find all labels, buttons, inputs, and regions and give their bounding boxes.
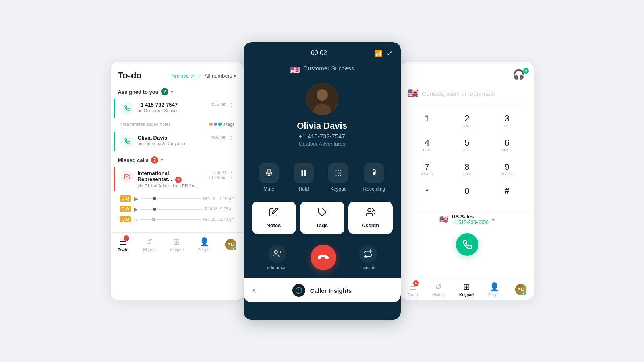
play-button-2[interactable]: ▶ bbox=[134, 206, 138, 212]
nav-keypad-left[interactable]: ⊞ Keypad bbox=[170, 237, 184, 252]
keypad-button[interactable]: Keypad bbox=[328, 163, 348, 192]
dial-key-4[interactable]: 4GHI bbox=[407, 134, 447, 158]
search-input[interactable] bbox=[422, 90, 527, 97]
keypad-ctrl-label: Keypad bbox=[330, 186, 347, 192]
caller-company: Outdoor Adventures bbox=[299, 141, 346, 147]
selector-chevron-icon: ▾ bbox=[492, 216, 495, 223]
dial-key-6[interactable]: 6MNO bbox=[487, 134, 527, 158]
end-call-button[interactable] bbox=[311, 245, 336, 270]
expand-icon[interactable]: ⤢ bbox=[387, 49, 393, 58]
mute-icon bbox=[259, 163, 279, 183]
dial-key-7[interactable]: 7PQRS bbox=[407, 158, 447, 182]
dial-key-5[interactable]: 5JKL bbox=[447, 134, 487, 158]
missed-call-number-1: International Representat... 6 bbox=[138, 170, 205, 183]
assigned-chevron-icon: ▾ bbox=[171, 89, 173, 95]
audio-badge-2: Q.Q bbox=[120, 206, 132, 212]
insights-chevron-icon: ∧ bbox=[252, 287, 257, 294]
nav-people-left[interactable]: 👤 People bbox=[198, 237, 211, 252]
dial-key-*[interactable]: * bbox=[407, 182, 447, 206]
missed-call-time-1: 10:29 am bbox=[208, 175, 227, 180]
caller-flag: 🇺🇸 bbox=[290, 65, 300, 75]
nav-people-right[interactable]: 👤 People bbox=[488, 282, 501, 297]
audio-row-2: Q.Q ▶ Feb 18 9:25 am bbox=[114, 204, 240, 214]
call-sub-2: assigned by A. Coquelle bbox=[138, 141, 207, 146]
dialpad-panel: 🎧 9 🇺🇸 12ABC3DEF4GHI5JKL6MNO7PQRS8TUV9WX… bbox=[401, 62, 534, 300]
nav-todo-right[interactable]: ☰ 6 To-do bbox=[408, 282, 418, 297]
recording-label: Recording bbox=[363, 186, 385, 192]
caller-insights-label: Caller Insights bbox=[310, 287, 352, 294]
svg-point-9 bbox=[340, 170, 341, 171]
recording-button[interactable]: Recording bbox=[363, 163, 385, 192]
action-buttons: Notes Tags Assign bbox=[244, 198, 401, 241]
caller-number: +1 415-732-7547 bbox=[299, 133, 345, 140]
missed-call-more-1[interactable]: ⋮ bbox=[227, 170, 236, 179]
search-row: 🇺🇸 bbox=[401, 88, 534, 105]
nav-history-left[interactable]: ↺ History bbox=[143, 237, 155, 252]
todo-title: To-do bbox=[118, 70, 142, 81]
svg-point-11 bbox=[338, 173, 339, 174]
play-button-1[interactable]: ▶ bbox=[134, 195, 138, 202]
hold-label: Hold bbox=[299, 186, 309, 192]
transfer-button[interactable]: transfer bbox=[359, 245, 377, 270]
call-header: 00:02 📶 ⤢ bbox=[244, 42, 401, 61]
missed-call-info-1: International Representat... 6 via Globa… bbox=[138, 170, 205, 188]
all-numbers-button[interactable]: All numbers ▾ bbox=[205, 73, 236, 79]
tags-button[interactable]: Tags bbox=[300, 202, 344, 234]
add-call-label: add or call bbox=[267, 265, 288, 270]
todo-nav-label: To-do bbox=[118, 248, 128, 252]
keypad-nav-label-right: Keypad bbox=[459, 293, 474, 297]
svg-point-16 bbox=[373, 172, 375, 174]
nav-avatar-left[interactable]: AC bbox=[225, 239, 236, 250]
call-number-1: +1 415-732-7547 bbox=[138, 102, 207, 108]
number-selector[interactable]: 🇺🇸 US Sales +1 515-233-1556 ▾ bbox=[401, 210, 534, 229]
keypad-ctrl-icon bbox=[328, 163, 348, 183]
svg-point-1 bbox=[317, 89, 328, 101]
call-timer: 00:02 bbox=[264, 49, 375, 57]
hold-button[interactable]: Hold bbox=[294, 163, 314, 192]
caller-avatar bbox=[306, 83, 338, 115]
user-avatar-right: AC bbox=[515, 284, 526, 295]
nav-keypad-right[interactable]: ⊞ Keypad bbox=[459, 282, 474, 297]
assign-button[interactable]: Assign bbox=[348, 202, 393, 234]
dial-key-0[interactable]: 0 bbox=[447, 182, 487, 206]
archive-all-button[interactable]: Archive all ⬦ bbox=[172, 72, 201, 79]
dial-call-button[interactable] bbox=[456, 233, 478, 256]
keypad-nav-label: Keypad bbox=[170, 248, 184, 252]
assigned-call-item-1[interactable]: +1 415-732-7547 on Customer Succes 4:55 … bbox=[114, 99, 240, 118]
nav-avatar-right[interactable]: AC bbox=[515, 284, 526, 295]
dial-key-1[interactable]: 1 bbox=[407, 109, 447, 134]
play-button-3[interactable]: ○ bbox=[134, 216, 137, 223]
search-divider bbox=[407, 105, 527, 105]
mute-button[interactable]: Mute bbox=[259, 163, 279, 192]
missed-call-item-1[interactable]: International Representat... 6 via Globa… bbox=[114, 167, 240, 191]
assign-label: Assign bbox=[362, 222, 379, 228]
nav-todo-left[interactable]: ☰ 6 To-do bbox=[118, 237, 128, 252]
dial-key-8[interactable]: 8TUV bbox=[447, 158, 487, 182]
assigned-call-item-2[interactable]: Olivia Davis assigned by A. Coquelle 4:0… bbox=[114, 132, 240, 151]
call-more-button-1[interactable]: ⋮ bbox=[227, 102, 236, 111]
notes-button[interactable]: Notes bbox=[252, 202, 296, 234]
tags-label: Tags bbox=[316, 222, 328, 228]
dial-key-3[interactable]: 3DEF bbox=[487, 109, 527, 134]
dial-key-#[interactable]: # bbox=[487, 182, 527, 206]
audio-time-3b: 11:43 am bbox=[218, 217, 235, 222]
dial-key-2[interactable]: 2ABC bbox=[447, 109, 487, 134]
missed-section-label: Missed calls 7 ▾ bbox=[111, 155, 244, 167]
todo-panel: To-do Archive all ⬦ All numbers ▾ Assign… bbox=[111, 62, 244, 300]
svg-rect-5 bbox=[301, 170, 303, 176]
keypad-icon-right: ⊞ bbox=[463, 282, 470, 292]
history-icon-right: ↺ bbox=[435, 282, 442, 292]
svg-point-13 bbox=[335, 175, 337, 176]
add-or-call-button[interactable]: add or call bbox=[267, 245, 288, 270]
caller-insights-bar[interactable]: ∧ Caller Insights bbox=[244, 278, 401, 302]
audio-bar-2 bbox=[141, 209, 203, 210]
online-indicator-left bbox=[233, 247, 236, 250]
call-more-button-2[interactable]: ⋮ bbox=[227, 135, 236, 144]
right-panel-top: 🎧 9 bbox=[401, 69, 534, 88]
dial-key-9[interactable]: 9WXYZ bbox=[487, 158, 527, 182]
dot-teal bbox=[218, 123, 222, 126]
online-indicator-right bbox=[523, 292, 526, 295]
headset-icon-wrap[interactable]: 🎧 9 bbox=[513, 69, 527, 83]
nav-history-right[interactable]: ↺ History bbox=[432, 282, 445, 297]
todo-badge-right: 6 bbox=[413, 280, 419, 286]
